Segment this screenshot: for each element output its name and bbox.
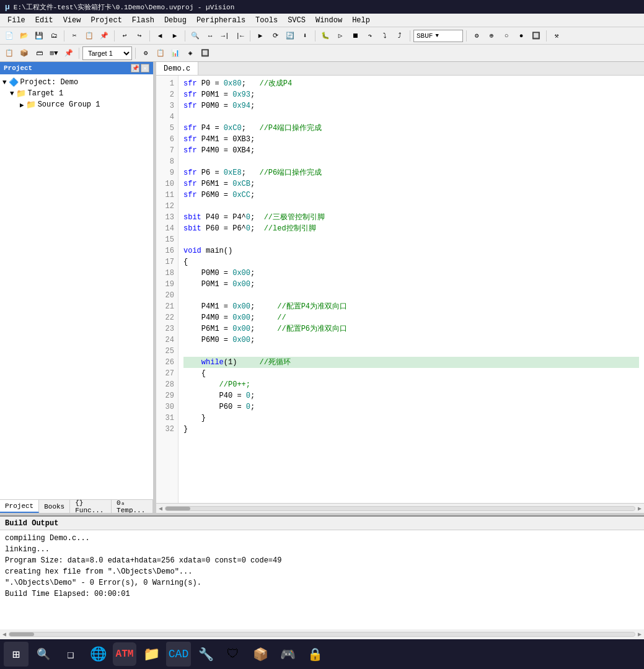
tab-funcs[interactable]: {} Func... [70,500,112,513]
target-select[interactable]: Target 1 [82,46,132,60]
proj-btn2[interactable]: 📦 [17,46,31,60]
redo-button[interactable]: ↪ [133,29,146,43]
menu-item-peripherals[interactable]: Peripherals [192,15,250,26]
explorer-icon[interactable]: 📁 [139,642,164,667]
sbuf-dropdown[interactable]: SBUF ▼ [413,30,463,42]
menu-item-view[interactable]: View [58,15,86,26]
undo-button[interactable]: ↩ [118,29,131,43]
build-scroll-left[interactable]: ◀ [2,631,6,638]
editor-hscroll[interactable]: ◀ ▶ [156,503,644,513]
menu-item-file[interactable]: File [2,15,30,26]
code-editor[interactable]: 1234567891011121314151617181920212223242… [156,76,644,503]
tab-funcs-label: {} Func... [75,499,106,514]
toolbar-1: 📄 📂 💾 🗂 ✂ 📋 📌 ↩ ↪ ◀ ▶ 🔍 ↔ →| |← ▶ ⟳ 🔄 ⬇ … [0,27,644,45]
toolbar-2: 📋 📦 🗃 ⊞▼ 📌 Target 1 ⚙ 📋 📊 ◈ 🔲 [0,45,644,62]
menu-item-flash[interactable]: Flash [127,15,159,26]
code-line-27: { [183,368,639,379]
step-button[interactable]: ↷ [363,29,377,43]
target-btn3[interactable]: 📊 [169,46,182,60]
tab-templates[interactable]: 0ₐ Temp... [112,500,153,513]
menu-bar: FileEditViewProjectFlashDebugPeripherals… [0,14,644,27]
run-button[interactable]: ▷ [333,29,347,43]
misc-btn4[interactable]: ● [514,29,528,43]
menu-item-edit[interactable]: Edit [30,15,58,26]
menu-item-debug[interactable]: Debug [159,15,192,26]
indent-button[interactable]: →| [218,29,232,43]
proj-btn-menu[interactable]: ⊞▼ [47,46,61,60]
new-button[interactable]: 📄 [2,29,16,43]
start-button[interactable]: ⊞ [4,642,29,667]
project-panel: Project 📌 ✕ ▼ 🔷 Project: Demo ▼ 📁 Target… [0,62,154,513]
build-line: ".\Objects\Demo" - 0 Error(s), 0 Warning… [5,577,639,588]
translate-button[interactable]: 🔄 [283,29,297,43]
step-over-button[interactable]: ⤵ [378,29,392,43]
code-content[interactable]: sfr P0 = 0x80; //改成P4sfr P0M1 = 0x93;sfr… [179,76,644,503]
tab-project[interactable]: Project [0,500,39,513]
tool-icon1[interactable]: 🔧 [193,642,218,667]
target-btn4[interactable]: ◈ [183,46,197,60]
rebuild-button[interactable]: ⟳ [268,29,282,43]
stop-button[interactable]: ⏹ [348,29,362,43]
proj-btn1[interactable]: 📋 [2,46,16,60]
menu-item-tools[interactable]: Tools [250,15,283,26]
debug-start-button[interactable]: 🐛 [319,29,332,43]
paste-button[interactable]: 📌 [97,29,111,43]
misc-btn6[interactable]: ⚒ [550,29,563,43]
scroll-left-btn[interactable]: ◀ [159,505,162,512]
save-all-button[interactable]: 🗂 [47,29,61,43]
save-button[interactable]: 💾 [32,29,46,43]
nav-fwd-button[interactable]: ▶ [168,29,182,43]
code-line-14: sbit P60 = P6^0; //led控制引脚 [183,223,639,234]
tree-item-source-group[interactable]: ▶ 📁 Source Group 1 [0,99,153,110]
tool-icon2[interactable]: 🛡 [221,642,245,667]
find-button[interactable]: 🔍 [188,29,202,43]
editor-tab-demo[interactable]: Demo.c [156,62,198,75]
build-line: compiling Demo.c... [5,533,639,544]
replace-button[interactable]: ↔ [203,29,217,43]
menu-item-help[interactable]: Help [347,15,375,26]
edge-icon[interactable]: 🌐 [86,642,110,667]
unindent-button[interactable]: |← [233,29,247,43]
build-hscroll[interactable]: ◀ ▶ [0,629,644,639]
misc-btn1[interactable]: ⚙ [470,29,483,43]
copy-button[interactable]: 📋 [82,29,96,43]
project-icon: 🔷 [9,77,19,87]
hscroll-track[interactable] [165,506,635,511]
build-scroll-right[interactable]: ▶ [638,631,642,638]
target-btn2[interactable]: 📋 [154,46,167,60]
task-view-button[interactable]: ❑ [58,642,83,667]
misc-btn5[interactable]: 🔲 [529,29,543,43]
download-button[interactable]: ⬇ [298,29,312,43]
menu-item-project[interactable]: Project [86,15,126,26]
tool-icon5[interactable]: 🔒 [302,642,327,667]
tree-expand-icon: ▼ [2,79,7,86]
search-button[interactable]: 🔍 [31,642,56,667]
nav-back-button[interactable]: ◀ [153,29,167,43]
tool-icon4[interactable]: 🎮 [275,642,300,667]
menu-item-window[interactable]: Window [311,15,347,26]
scroll-right-btn[interactable]: ▶ [638,505,642,512]
misc-btn3[interactable]: ○ [500,29,513,43]
tree-item-project[interactable]: ▼ 🔷 Project: Demo [0,77,153,88]
panel-close-button[interactable]: ✕ [141,64,149,72]
tool-icon3[interactable]: 📦 [248,642,273,667]
code-line-15 [183,234,639,245]
build-hscroll-track[interactable] [9,632,635,637]
atm-app-icon[interactable]: ATM [113,642,136,666]
tab-books[interactable]: Books [39,500,70,513]
sep5 [250,30,250,42]
proj-btn3[interactable]: 🗃 [32,46,46,60]
cad-icon[interactable]: CAD [166,642,191,667]
misc-btn2[interactable]: ⊕ [485,29,498,43]
target-settings-btn[interactable]: ⚙ [139,46,152,60]
menu-item-svcs[interactable]: SVCS [283,15,311,26]
build-button[interactable]: ▶ [254,29,267,43]
proj-btn4[interactable]: 📌 [62,46,76,60]
target-btn5[interactable]: 🔲 [198,46,212,60]
step-out-button[interactable]: ⤴ [393,29,407,43]
cut-button[interactable]: ✂ [68,29,81,43]
sep3 [149,30,150,42]
open-button[interactable]: 📂 [17,29,31,43]
tree-item-target[interactable]: ▼ 📁 Target 1 [0,88,153,99]
panel-pin-button[interactable]: 📌 [131,64,139,72]
